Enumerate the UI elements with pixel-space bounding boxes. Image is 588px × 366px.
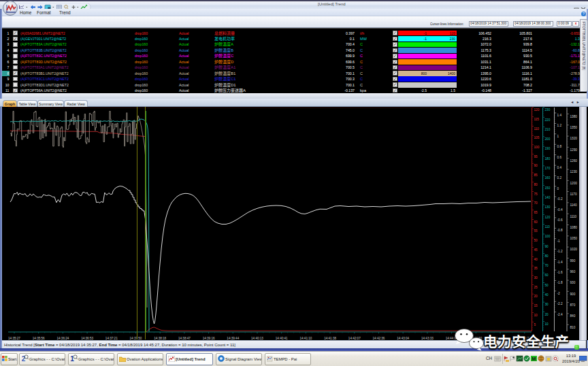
svg-text:14:35:27: 14:35:27 [8, 337, 20, 340]
svg-text:840: 840 [570, 314, 576, 318]
svg-text:1380: 1380 [570, 115, 578, 118]
svg-text:-0.8: -0.8 [557, 229, 563, 232]
svg-text:1200: 1200 [570, 182, 578, 185]
svg-text:105: 105 [534, 136, 540, 139]
svg-text:75: 75 [534, 193, 538, 196]
svg-text:10: 10 [545, 322, 549, 326]
svg-text:80: 80 [545, 254, 549, 258]
svg-text:1.2: 1.2 [557, 124, 562, 127]
svg-text:0.8: 0.8 [557, 145, 562, 148]
svg-text:150: 150 [545, 186, 551, 190]
svg-text:0.6: 0.6 [557, 156, 562, 159]
svg-text:100: 100 [534, 146, 540, 149]
svg-text:-0.4: -0.4 [557, 208, 563, 212]
svg-text:14:40:13: 14:40:13 [251, 337, 263, 340]
svg-text:80: 80 [534, 183, 538, 186]
svg-text:-1.2: -1.2 [557, 250, 563, 253]
svg-text:200: 200 [545, 137, 551, 141]
svg-text:1230: 1230 [570, 170, 578, 173]
svg-text:14:37:50: 14:37:50 [130, 337, 142, 340]
svg-text:140: 140 [545, 196, 551, 199]
svg-text:-2: -2 [557, 292, 561, 295]
svg-text:14:40:41: 14:40:41 [276, 337, 288, 340]
svg-text:1050: 1050 [570, 237, 578, 240]
svg-text:40: 40 [534, 258, 538, 261]
svg-text:20: 20 [545, 313, 549, 316]
svg-text:50: 50 [545, 284, 549, 287]
svg-text:-1.8: -1.8 [557, 281, 563, 284]
svg-text:1140: 1140 [570, 203, 577, 207]
svg-text:1260: 1260 [570, 159, 578, 163]
svg-text:20: 20 [534, 295, 538, 298]
svg-text:160: 160 [545, 176, 551, 180]
svg-text:0.2: 0.2 [557, 176, 562, 180]
svg-text:14:35:56: 14:35:56 [33, 337, 45, 340]
svg-text:210: 210 [545, 128, 551, 131]
svg-text:130: 130 [545, 205, 551, 209]
svg-text:-1.6: -1.6 [557, 271, 563, 274]
svg-text:990: 990 [570, 259, 576, 263]
svg-text:180: 180 [545, 157, 551, 161]
svg-text:M: M [532, 356, 536, 361]
svg-text:85: 85 [534, 173, 538, 177]
svg-text:95: 95 [534, 155, 538, 159]
svg-text:90: 90 [534, 164, 538, 167]
svg-text:930: 930 [570, 281, 576, 284]
svg-text:14:41:38: 14:41:38 [324, 337, 336, 340]
svg-text:70: 70 [534, 201, 538, 205]
svg-text:40: 40 [545, 293, 549, 297]
svg-text:35: 35 [534, 267, 538, 270]
svg-text:60: 60 [534, 220, 538, 224]
svg-text:-0.2: -0.2 [557, 197, 563, 201]
svg-text:25: 25 [534, 286, 538, 289]
svg-text:14:42:36: 14:42:36 [373, 337, 385, 340]
svg-text:110: 110 [534, 127, 540, 131]
svg-text:10: 10 [534, 314, 538, 317]
svg-text:870: 870 [570, 303, 576, 307]
svg-text:14:36:24: 14:36:24 [56, 337, 69, 340]
svg-text:120: 120 [545, 216, 551, 219]
svg-text:-2.2: -2.2 [557, 302, 563, 305]
svg-text:1290: 1290 [570, 148, 578, 152]
svg-text:1350: 1350 [570, 126, 578, 129]
svg-text:220: 220 [545, 118, 551, 122]
svg-text:14:38:47: 14:38:47 [178, 337, 191, 340]
svg-text:14:41:10: 14:41:10 [299, 337, 312, 340]
svg-text:1: 1 [557, 135, 559, 138]
svg-text:170: 170 [545, 167, 551, 170]
svg-text:230: 230 [545, 108, 551, 112]
svg-text:-2.4: -2.4 [557, 313, 563, 316]
svg-text:14:43:04: 14:43:04 [397, 337, 409, 340]
svg-text:5: 5 [534, 323, 536, 327]
svg-text:1110: 1110 [570, 215, 577, 218]
svg-text:60: 60 [545, 273, 549, 277]
svg-text:-0.6: -0.6 [557, 218, 563, 222]
svg-text:14:37:21: 14:37:21 [105, 337, 118, 340]
svg-text:45: 45 [534, 248, 538, 252]
svg-text:100: 100 [545, 235, 551, 238]
svg-text:1320: 1320 [570, 137, 578, 140]
svg-text:190: 190 [545, 147, 551, 150]
svg-text:120: 120 [534, 108, 540, 112]
svg-text:1.4: 1.4 [557, 114, 562, 117]
svg-text:0.4: 0.4 [557, 166, 562, 169]
svg-text:14:39:16: 14:39:16 [203, 337, 215, 340]
svg-text:14:36:53: 14:36:53 [81, 337, 93, 340]
svg-text:1170: 1170 [570, 193, 577, 196]
svg-text:110: 110 [545, 225, 551, 229]
svg-text:960: 960 [570, 270, 576, 273]
svg-text:14:38:18: 14:38:18 [154, 337, 166, 340]
svg-text:-1: -1 [557, 239, 561, 243]
svg-text:30: 30 [534, 276, 538, 280]
svg-text:30: 30 [545, 303, 549, 306]
svg-text:1020: 1020 [570, 248, 578, 251]
svg-text:55: 55 [534, 229, 538, 233]
svg-text:14:42:07: 14:42:07 [348, 337, 361, 340]
svg-text:15: 15 [534, 304, 538, 307]
svg-text:70: 70 [545, 264, 549, 267]
svg-text:14:43:33: 14:43:33 [421, 337, 434, 340]
svg-text:900: 900 [570, 293, 576, 296]
svg-text:90: 90 [545, 245, 549, 248]
svg-text:-1.4: -1.4 [557, 261, 563, 264]
svg-text:115: 115 [534, 118, 540, 121]
